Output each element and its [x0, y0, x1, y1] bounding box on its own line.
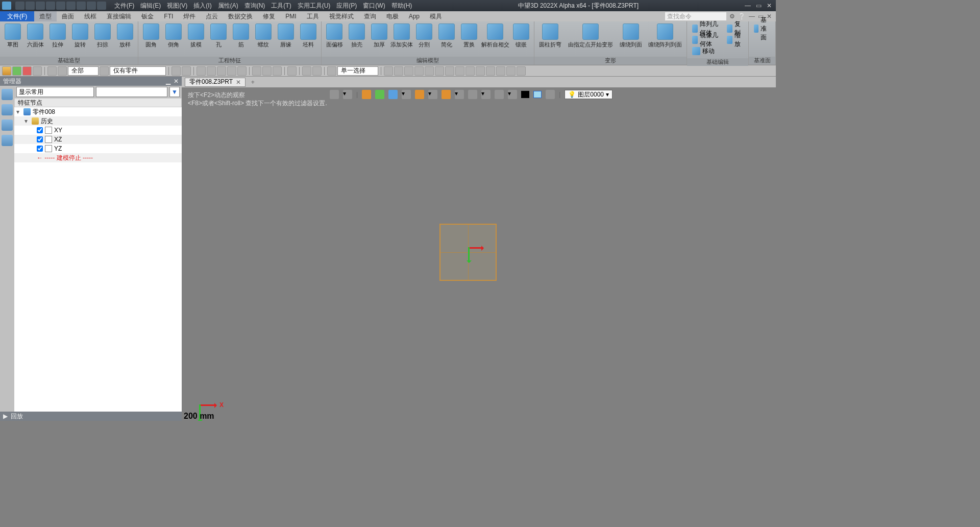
tree-plane-xy[interactable]: XY	[54, 127, 62, 134]
menu-edit[interactable]: 编辑(E)	[140, 2, 161, 10]
tb-icon[interactable]	[302, 66, 311, 76]
tb-icon[interactable]	[172, 66, 181, 76]
layer-dropdown[interactable]: 💡图层0000▾	[565, 90, 612, 99]
tab-dataexchange[interactable]: 数据交换	[223, 11, 258, 21]
simplify-button[interactable]: 简化	[436, 22, 457, 49]
thread-button[interactable]: 螺纹	[253, 22, 274, 49]
tab-app[interactable]: App	[404, 11, 425, 21]
move-button[interactable]: 移动	[690, 46, 722, 56]
inner-minimize-icon[interactable]: —	[749, 13, 755, 20]
close-icon[interactable]: ✕	[767, 2, 772, 9]
tb-icon[interactable]	[496, 66, 505, 76]
ct-icon[interactable]: ▾	[481, 90, 491, 99]
ct-icon[interactable]: ▾	[428, 90, 437, 99]
color-swatch-black[interactable]	[521, 91, 529, 98]
ct-icon[interactable]	[388, 90, 398, 99]
document-tab[interactable]: 零件008.Z3PRT ✕	[185, 78, 246, 87]
split-button[interactable]: 分割	[413, 22, 435, 49]
panel-close-icon[interactable]: ✕	[174, 78, 179, 85]
settings-icon[interactable]: ⚙	[729, 13, 735, 20]
manager-footer[interactable]: ▶ 回放	[0, 412, 182, 421]
loft-button[interactable]: 放样	[114, 22, 136, 49]
menu-view[interactable]: 视图(V)	[167, 2, 187, 10]
shell-button[interactable]: 抽壳	[346, 22, 368, 49]
tab-close-icon[interactable]: ✕	[236, 79, 241, 86]
minimize-icon[interactable]: —	[745, 2, 751, 9]
wraparraytoface-button[interactable]: 缠绕阵列到面	[646, 22, 684, 49]
tab-weldment[interactable]: 焊件	[178, 11, 201, 21]
ct-icon[interactable]	[442, 90, 451, 99]
tb-icon[interactable]	[312, 66, 322, 76]
tb-icon[interactable]	[2, 66, 11, 76]
sidebar-part-icon[interactable]	[2, 89, 13, 100]
addsolid-button[interactable]: 添加实体	[391, 22, 412, 49]
tree-search-input[interactable]	[96, 87, 167, 97]
tab-wireframe[interactable]: 线框	[79, 11, 102, 21]
tab-mold[interactable]: 模具	[425, 11, 447, 21]
redo-icon[interactable]	[77, 2, 86, 10]
tb-icon[interactable]	[394, 66, 403, 76]
tb-icon[interactable]	[445, 66, 454, 76]
color-swatch-blue[interactable]	[533, 91, 542, 98]
ct-icon[interactable]	[468, 90, 477, 99]
tb-icon[interactable]	[404, 66, 413, 76]
plane-xz-checkbox[interactable]	[37, 136, 43, 142]
command-search[interactable]: 查找命令	[665, 12, 726, 20]
stock-button[interactable]: 坯料	[298, 22, 319, 49]
tab-sheetmetal[interactable]: 钣金	[136, 11, 159, 21]
ct-icon[interactable]	[362, 90, 371, 99]
new-icon[interactable]	[15, 2, 24, 10]
scale-button[interactable]: 缩放	[725, 35, 745, 45]
tab-tools[interactable]: 工具	[302, 11, 324, 21]
tab-modeling[interactable]: 造型	[34, 11, 57, 21]
extrude-button[interactable]: 拉伸	[47, 22, 68, 49]
help-icon[interactable]: ❔	[738, 13, 746, 20]
datumplane-button[interactable]: 基准面	[752, 23, 772, 34]
menu-tools[interactable]: 工具(T)	[271, 2, 291, 10]
thicken-button[interactable]: 加厚	[369, 22, 390, 49]
tb-icon[interactable]	[217, 66, 226, 76]
tb-icon[interactable]	[197, 66, 206, 76]
tb-icon[interactable]	[237, 66, 247, 76]
tb-icon[interactable]	[506, 66, 516, 76]
menu-attr[interactable]: 属性(A)	[218, 2, 238, 10]
chamfer-button[interactable]: 倒角	[163, 22, 184, 49]
selectmode-dropdown[interactable]: 单一选择	[337, 66, 378, 76]
tb-icon[interactable]	[384, 66, 393, 76]
tree-root[interactable]: 零件008	[33, 108, 55, 116]
hexahedron-button[interactable]: 六面体	[24, 22, 46, 49]
feature-tree[interactable]: ▾零件008 ▾历史 XY XZ YZ ← ----- 建模停止 -----	[14, 107, 182, 412]
tb-icon[interactable]	[465, 66, 475, 76]
menu-query[interactable]: 查询(N)	[244, 2, 265, 10]
viewport[interactable]: 按下<F2>动态的观察 <F8>或者<Shift-roll> 查找下一个有效的过…	[182, 88, 776, 421]
ct-icon[interactable]: ▾	[343, 90, 352, 99]
tab-surface[interactable]: 曲面	[57, 11, 79, 21]
ct-bulb-icon[interactable]	[546, 90, 555, 99]
menu-app[interactable]: 应用(P)	[336, 2, 357, 10]
tb-remove-icon[interactable]	[22, 66, 32, 76]
sweep-button[interactable]: 扫掠	[92, 22, 113, 49]
tb-icon[interactable]	[455, 66, 464, 76]
sidebar-user-icon[interactable]	[2, 135, 13, 146]
mirror-button[interactable]: 镜像几何体	[690, 35, 722, 45]
menu-file[interactable]: 文件(F)	[114, 2, 134, 10]
tree-plane-yz[interactable]: YZ	[54, 145, 62, 152]
ct-icon[interactable]	[375, 90, 384, 99]
tab-fti[interactable]: FTI	[159, 11, 178, 21]
tree-plane-xz[interactable]: XZ	[54, 136, 62, 143]
tb-icon[interactable]	[58, 66, 67, 76]
inlay-button[interactable]: 镶嵌	[510, 22, 532, 49]
morphpoint-button[interactable]: 由指定点开始变形	[565, 22, 616, 49]
tb-icon[interactable]	[327, 66, 336, 76]
tb-icon[interactable]	[414, 66, 424, 76]
replace-button[interactable]: 置换	[458, 22, 480, 49]
wraptoface-button[interactable]: 缠绕到面	[617, 22, 645, 49]
print-icon[interactable]	[56, 2, 65, 10]
tab-heal[interactable]: 修复	[258, 11, 280, 21]
add-tab-icon[interactable]: +	[249, 78, 257, 86]
revolve-button[interactable]: 旋转	[69, 22, 91, 49]
tab-directedit[interactable]: 直接编辑	[102, 11, 136, 21]
ct-icon[interactable]: ▾	[455, 90, 464, 99]
tb-icon[interactable]	[425, 66, 434, 76]
sketch-button[interactable]: 草图	[2, 22, 23, 49]
